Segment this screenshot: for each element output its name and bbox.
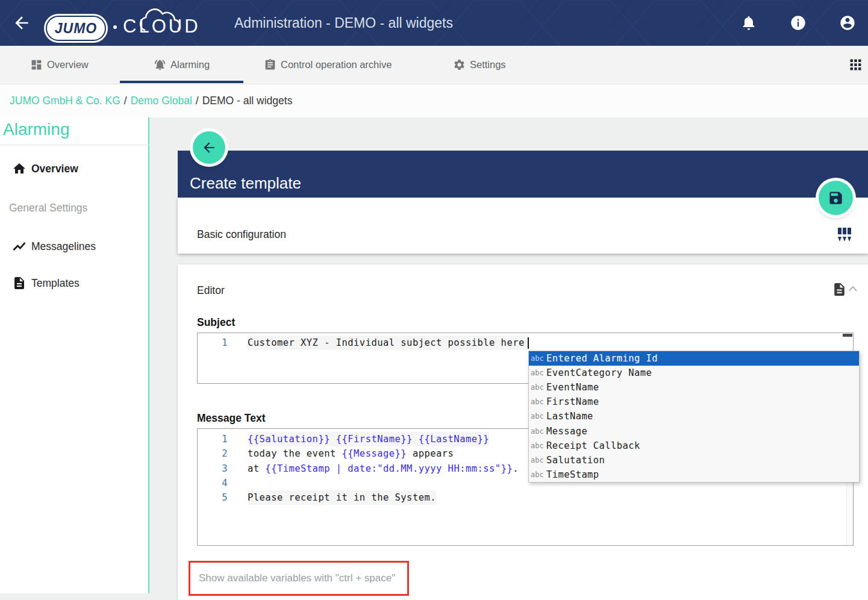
line-chart-icon (12, 239, 27, 254)
clipboard-icon (264, 58, 276, 71)
tab-alarming[interactable]: Alarming (154, 46, 210, 84)
abc-type-icon: abc (531, 354, 546, 363)
breadcrumb-link-demo-global[interactable]: Demo Global (131, 95, 192, 107)
abc-type-icon: abc (531, 398, 546, 406)
save-floppy-icon (828, 190, 844, 206)
active-tab-underline (120, 81, 243, 83)
autocomplete-dropdown: abc Entered Alarming Id abc EventCategor… (528, 351, 860, 483)
line-number: 1 (198, 336, 228, 350)
abc-type-icon: abc (531, 412, 546, 420)
tab-label: Alarming (170, 59, 210, 70)
account-icon[interactable] (839, 14, 856, 31)
editor-section-label: Editor (197, 284, 225, 297)
text-cursor (528, 337, 529, 349)
arrow-left-icon (201, 140, 217, 155)
sidebar-item-label: Templates (31, 277, 80, 290)
info-icon[interactable] (790, 14, 807, 31)
tab-control-operation-archive[interactable]: Control operation archive (264, 46, 392, 84)
editor-document-icon[interactable] (832, 282, 847, 297)
autocomplete-item-eventcategory-name[interactable]: abc EventCategory Name (529, 366, 859, 380)
sidebar-divider (0, 145, 149, 145)
autocomplete-item-eventname[interactable]: abc EventName (529, 380, 859, 395)
autocomplete-item-lastname[interactable]: abc LastName (529, 409, 859, 423)
abc-type-icon: abc (531, 470, 546, 479)
autocomplete-item-message[interactable]: abc Message (529, 424, 859, 439)
dashboard-icon (30, 58, 43, 71)
cloud-logo: CLOUD (123, 16, 201, 37)
abc-type-icon: abc (531, 427, 546, 436)
breadcrumb-separator: / (192, 95, 202, 107)
tab-label: Settings (470, 59, 506, 70)
tab-overview[interactable]: Overview (30, 46, 89, 84)
code-line[interactable]: 5 Please receipt it in the System. (198, 490, 853, 505)
document-icon (12, 276, 27, 290)
sidebar-item-messagelines[interactable]: Messagelines (0, 233, 148, 260)
home-icon (12, 161, 27, 176)
save-button[interactable] (819, 181, 853, 215)
notifications-bell-icon[interactable] (740, 14, 757, 31)
subject-label: Subject (197, 316, 235, 329)
banner-title: Create template (190, 174, 301, 193)
sidebar-item-templates[interactable]: Templates (0, 270, 148, 296)
autocomplete-item-timestamp[interactable]: abc TimeStamp (529, 467, 859, 482)
breadcrumb-separator: / (120, 95, 131, 107)
sidebar: Alarming Overview General Settings Messa… (0, 117, 149, 593)
collapse-chevron-up-icon[interactable] (849, 286, 857, 292)
top-nav-bar: Overview Alarming Control operation arch… (0, 46, 868, 84)
abc-type-icon: abc (531, 383, 546, 392)
sidebar-item-label: Messagelines (31, 240, 96, 253)
autocomplete-item-entered-alarming-id[interactable]: abc Entered Alarming Id (529, 351, 859, 366)
tab-label: Overview (47, 59, 89, 70)
variables-hint-text: Show available variables with "ctrl + sp… (190, 572, 395, 584)
apps-grid-icon[interactable] (848, 57, 864, 73)
sidebar-item-overview[interactable]: Overview (0, 155, 148, 182)
logo-separator-dot (113, 25, 117, 29)
abc-type-icon: abc (531, 456, 546, 464)
subject-code-line[interactable]: Customer XYZ - Individual subject possib… (248, 336, 529, 350)
sidebar-item-general-settings[interactable]: General Settings (0, 196, 148, 220)
subject-scrollbar-thumb[interactable] (843, 334, 852, 337)
basic-configuration-label: Basic configuration (197, 228, 286, 241)
abc-type-icon: abc (531, 369, 546, 377)
header-back-icon[interactable] (12, 13, 31, 33)
abc-type-icon: abc (531, 442, 546, 450)
create-template-banner: Create template (178, 151, 868, 198)
tab-settings[interactable]: Settings (453, 46, 506, 84)
alarm-bell-icon (154, 58, 166, 71)
autocomplete-item-salutation[interactable]: abc Salutation (529, 453, 859, 467)
basic-configuration-card: Basic configuration (178, 198, 868, 254)
variables-hint-annotation: Show available variables with "ctrl + sp… (189, 561, 409, 596)
breadcrumb-bar: JUMO GmbH & Co. KG/Demo Global/DEMO - al… (0, 84, 868, 117)
sidebar-title: Alarming (3, 120, 69, 139)
autocomplete-item-receipt-callback[interactable]: abc Receipt Callback (529, 439, 859, 453)
breadcrumb-link-company[interactable]: JUMO GmbH & Co. KG (10, 95, 120, 107)
sidebar-item-label: General Settings (9, 202, 87, 214)
sidebar-item-label: Overview (31, 163, 78, 175)
tune-sliders-icon[interactable] (837, 227, 852, 243)
message-text-label: Message Text (197, 412, 265, 425)
autocomplete-item-firstname[interactable]: abc FirstName (529, 395, 859, 409)
app-header: JUMO CLOUD Administration - DEMO - all w… (0, 0, 868, 46)
jumo-logo-text: JUMO (55, 20, 97, 37)
breadcrumb-current: DEMO - all widgets (202, 95, 293, 107)
page-title: Administration - DEMO - all widgets (234, 0, 453, 46)
cloud-outline-icon (134, 6, 192, 31)
jumo-logo: JUMO (46, 16, 106, 41)
back-button[interactable] (193, 131, 225, 164)
app-window: JUMO CLOUD Administration - DEMO - all w… (0, 0, 868, 600)
tab-label: Control operation archive (281, 59, 392, 70)
gear-icon (453, 58, 466, 71)
breadcrumb: JUMO GmbH & Co. KG/Demo Global/DEMO - al… (10, 84, 292, 117)
